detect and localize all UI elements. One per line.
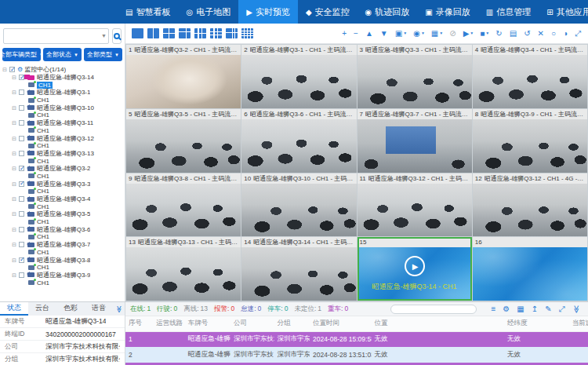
expand-toggle-icon[interactable]: ⊟	[12, 241, 19, 248]
layout-2-icon[interactable]	[147, 28, 159, 38]
checkbox[interactable]	[19, 89, 24, 95]
fullscreen-icon[interactable]: ⤢	[575, 30, 582, 38]
tab-color[interactable]: 色彩	[56, 302, 85, 316]
video-feed[interactable]	[241, 55, 356, 108]
tree-node-label[interactable]: 昭通应急-雄狮Q3-1	[37, 88, 90, 97]
video-cell[interactable]: 8 昭通应急-雄狮Q3-9 - CH1 - 主码流 - 4G - 0 KB/S …	[473, 109, 587, 173]
checkbox[interactable]	[19, 196, 24, 202]
tree-node-label[interactable]: CH1	[37, 158, 49, 165]
video-feed[interactable]	[241, 247, 356, 301]
expand-toggle-icon[interactable]: ⊟	[12, 119, 19, 126]
tree-node-label[interactable]: 昭通应急-雄狮Q3-10	[37, 104, 94, 112]
video-feed[interactable]	[358, 55, 472, 108]
tree-node[interactable]: ⊟ ⚙ 昭通应急-雄狮Q3-9	[2, 272, 125, 279]
zoom-in-icon[interactable]: +	[342, 30, 347, 38]
tab-status[interactable]: 状态	[0, 302, 28, 316]
delete-icon[interactable]: ✕	[538, 30, 545, 38]
video-cell[interactable]: 3 昭通应急-雄狮Q3-3 - CH1 - 主码流 - 4G - 0 KB/S …	[358, 45, 472, 108]
tree-node-label[interactable]: CH1	[37, 111, 49, 119]
checkbox[interactable]	[19, 211, 24, 217]
video-cell[interactable]: 2 昭通应急-雄狮Q3-1 - CH1 - 主码流 - 4G - 0 KB/S …	[241, 45, 356, 108]
expand-toggle-icon[interactable]: ⊟	[2, 66, 9, 73]
tree-node-label[interactable]: 昭通应急-雄狮Q3-5	[37, 210, 90, 218]
video-feed[interactable]	[358, 184, 472, 237]
checkbox[interactable]	[19, 272, 24, 278]
tree-node-label[interactable]: 昭通应急-雄狮Q3-12	[37, 134, 94, 143]
checkbox[interactable]	[19, 227, 24, 232]
nav-tab-other-apps[interactable]: ⊞ 其他应用	[539, 0, 588, 24]
tree-node[interactable]: ⊟ ⚙ 昭通应急-雄狮Q3-2	[2, 165, 125, 173]
expand-toggle-icon[interactable]: ⊟	[12, 150, 19, 157]
checkbox[interactable]	[19, 151, 24, 156]
expand-toggle-icon[interactable]: ⊟	[12, 272, 19, 279]
tab-voice[interactable]: 语音	[85, 302, 113, 316]
tree-node[interactable]: ⊟ ⚙ 昭通应急-雄狮Q3-3	[2, 180, 125, 188]
checkbox[interactable]	[19, 136, 24, 141]
table-row[interactable]: 1 昭通应急-雄狮Q 深圳市宇东技术 深圳市宇东技 2024-08-28 15:…	[125, 331, 588, 347]
video-cell[interactable]: 16 ▶	[473, 237, 587, 301]
tree-node[interactable]: ⊟ ⚙ 昭通应急-雄狮Q3-14	[2, 74, 125, 82]
tree-node-label[interactable]: 昭通应急-雄狮Q3-7	[37, 240, 90, 249]
tree-node-label[interactable]: CH1	[37, 264, 49, 271]
video-feed[interactable]	[241, 184, 356, 237]
expand-toggle-icon[interactable]: ⊟	[12, 74, 19, 81]
nav-tab-dashboard[interactable]: ▤ 智慧看板	[118, 0, 178, 24]
table-search-input[interactable]	[390, 305, 477, 314]
tree-node-label[interactable]: CH1	[37, 127, 49, 134]
tree-node-label[interactable]: 昭通应急-雄狮Q3-11	[37, 119, 93, 127]
tab-ptz[interactable]: 云台	[28, 302, 56, 316]
video-cell[interactable]: 13 昭通应急-雄狮Q3-13 - CH1 - 主码流 - 4G - 0 KB/…	[126, 237, 241, 301]
tree-node-label[interactable]: 昭通应急-雄狮Q3-3	[37, 180, 90, 188]
video-cell[interactable]: 10 昭通应急-雄狮Q3-10 - CH1 - 主码流 - 4G - 0 KB/…	[241, 173, 356, 237]
window-layout-icon[interactable]: ▣ ▼	[395, 30, 407, 38]
tree-node[interactable]: ⊟ ⚙ 昭通应急-雄狮Q3-8	[2, 256, 125, 264]
filter-type[interactable]: 全部类型 ▼	[84, 48, 122, 61]
checkbox[interactable]	[19, 166, 24, 171]
play-icon[interactable]: ▶ ▼	[463, 30, 474, 38]
tree-node[interactable]: ⊟ ⚙ 昭通应急-雄狮Q3-4	[2, 195, 125, 203]
tree-node-label[interactable]: CH1	[37, 203, 49, 210]
collapse-icon[interactable]: ≫	[113, 302, 125, 316]
tree-node[interactable]: ⊟ ⚙ 昭通应急-雄狮Q3-5	[2, 210, 125, 218]
search-button[interactable]	[112, 28, 122, 44]
edit-icon[interactable]: ✎	[545, 305, 551, 313]
tree-node[interactable]: ⊟ ⚙ 昭通应急-雄狮Q3-11	[2, 119, 125, 127]
nav-tab-security[interactable]: ◆ 安全监控	[298, 0, 358, 24]
palette-icon[interactable]: ◑	[563, 30, 568, 38]
video-cell[interactable]: 1 昭通应急-雄狮Q3-2 - CH1 - 主码流 - 4G - 0 KB/S …	[126, 45, 241, 108]
checkbox[interactable]	[19, 181, 24, 187]
layout-8-icon[interactable]	[194, 28, 206, 38]
checkbox[interactable]	[19, 75, 24, 80]
checkbox[interactable]	[19, 105, 24, 111]
filter-status[interactable]: 全部状态 ▼	[43, 48, 82, 61]
layout-4-icon[interactable]	[163, 28, 175, 38]
mute-icon[interactable]: ⊘	[449, 30, 456, 38]
loading-icon[interactable]: ↺	[524, 30, 531, 38]
tree-node-label[interactable]: 昭通应急-雄狮Q3-2	[37, 164, 90, 173]
zoom-out-icon[interactable]: −	[354, 30, 359, 38]
tree-node[interactable]: ⊟ ⚙ CH1	[2, 279, 125, 287]
export-icon[interactable]: ↥	[532, 305, 538, 313]
tree-node-label[interactable]: 昭通应急-雄狮Q3-9	[37, 271, 90, 279]
tree-node-label[interactable]: 昭通应急-雄狮Q3-6	[37, 225, 90, 234]
snapshot-icon[interactable]: ▦ ▼	[431, 30, 443, 38]
stop-icon[interactable]: ■ ▼	[480, 30, 489, 38]
nav-tab-info-management[interactable]: ▥ 信息管理	[478, 0, 539, 24]
video-cell[interactable]: 5 昭通应急-雄狮Q3-5 - CH1 - 主码流 - 4G - 0 KB/S …	[126, 109, 241, 173]
tree-node[interactable]: ⊟ ⚙ 昭通应急-雄狮Q3-6	[2, 225, 125, 233]
video-cell[interactable]: 7 昭通应急-雄狮Q3-7 - CH1 - 主码流 - 4G - 0 KB/S …	[358, 109, 472, 173]
tree-node-label[interactable]: CH1	[37, 218, 49, 225]
collapse-icon[interactable]: ≫	[572, 305, 580, 313]
tree-node-label[interactable]: CH1	[37, 233, 49, 240]
save-icon[interactable]: ▤	[510, 30, 517, 38]
checkbox[interactable]	[19, 120, 24, 126]
refresh-icon[interactable]: ↻	[495, 30, 503, 38]
video-feed[interactable]	[473, 184, 587, 237]
page-up-icon[interactable]: ▲	[365, 30, 374, 38]
filter-vehicle-type[interactable]: 全部车辆类型 ▼	[2, 48, 41, 61]
video-cell[interactable]: 15 ▶ 昭通应急-雄狮Q3-14 - CH1	[358, 237, 472, 301]
video-cell[interactable]: 6 昭通应急-雄狮Q3-6 - CH1 - 主码流 - 4G - 0 KB/S …	[241, 109, 356, 173]
table-row[interactable]: 2 昭通应急-雄狮Q 深圳市宇东技 深圳市宇东技 2024-08-28 13:5…	[125, 347, 588, 363]
tree-node-label[interactable]: CH1	[37, 173, 49, 180]
nav-tab-map[interactable]: ◎ 电子地图	[178, 0, 238, 24]
